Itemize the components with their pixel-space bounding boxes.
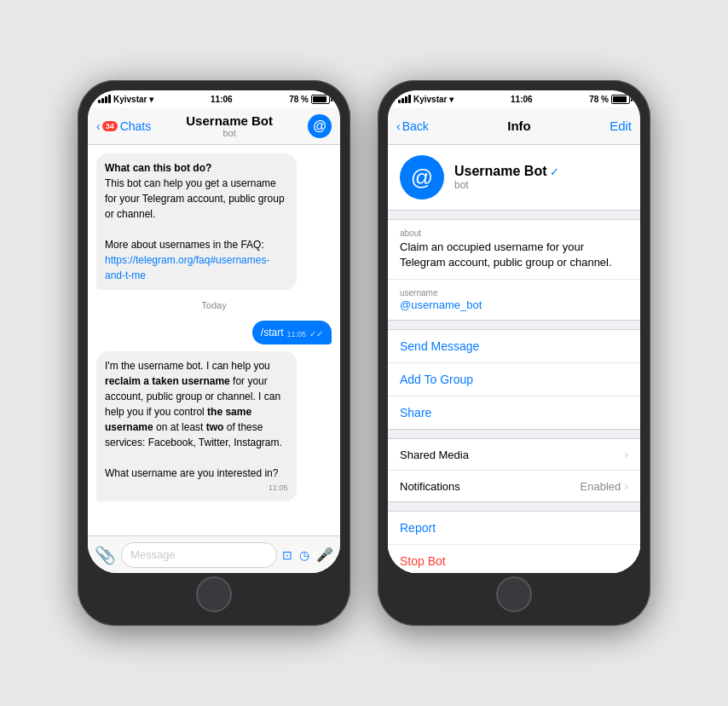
clock-icon[interactable]: ◷ <box>299 548 309 562</box>
phone-1-screen: Kyivstar ▾ 11:06 78 % ‹ 34 Chats <box>88 90 340 573</box>
bubble-bold-1: What can this bot do? <box>105 162 211 174</box>
edit-button[interactable]: Edit <box>610 119 632 133</box>
bubble-out-time: 11:05 <box>286 330 306 339</box>
username-row: username @username_bot <box>388 280 640 320</box>
notifications-value: Enabled <box>581 480 621 493</box>
notifications-label: Notifications <box>400 480 460 493</box>
signal-icon <box>98 95 111 103</box>
back-chevron-icon: ‹ <box>96 119 101 133</box>
nav-bar-1: ‹ 34 Chats Username Bot bot @ <box>88 107 340 145</box>
about-label: about <box>400 229 628 238</box>
username-value[interactable]: @username_bot <box>400 298 482 311</box>
message-placeholder: Message <box>130 548 176 561</box>
phone-1: Kyivstar ▾ 11:06 78 % ‹ 34 Chats <box>78 80 350 626</box>
battery-percent-2: 78 % <box>589 95 609 104</box>
attach-icon[interactable]: 📎 <box>95 545 116 565</box>
info-name-block: Username Bot ✓ bot <box>454 164 559 191</box>
bubble-text-2: I'm the username bot. I can help you rec… <box>105 360 282 479</box>
back-label-2: Back <box>402 119 429 133</box>
info-title: Info <box>507 119 531 133</box>
shared-media-label: Shared Media <box>400 448 469 461</box>
chats-badge: 34 <box>102 121 118 131</box>
faq-link[interactable]: https://telegram.org/faq#usernames-and-t… <box>105 254 269 281</box>
media-section: Shared Media › Notifications Enabled › <box>388 438 640 502</box>
checkmarks-icon: ✓✓ <box>309 329 323 339</box>
phone-2: Kyivstar ▾ 11:06 78 % ‹ Back Inf <box>378 80 650 626</box>
bot-name: Username Bot <box>454 164 546 179</box>
chat-area: What can this bot do? This bot can help … <box>88 145 340 535</box>
avatar-icon: @ <box>411 165 433 191</box>
report-button[interactable]: Report <box>388 512 640 545</box>
time-label: 11:06 <box>211 95 233 104</box>
add-to-group-button[interactable]: Add To Group <box>388 363 640 396</box>
bot-subtitle: bot <box>454 179 559 191</box>
bubble-text-1: This bot can help you get a username for… <box>105 177 285 281</box>
status-bar-1: Kyivstar ▾ 11:06 78 % <box>88 90 340 107</box>
back-button-1[interactable]: ‹ 34 Chats <box>96 119 151 133</box>
stop-bot-button[interactable]: Stop Bot <box>388 545 640 573</box>
notifications-row[interactable]: Notifications Enabled › <box>388 471 640 501</box>
wifi-icon: ▾ <box>149 95 153 104</box>
chat-title: Username Bot <box>186 113 273 128</box>
time-label-2: 11:06 <box>511 95 533 104</box>
scene: Kyivstar ▾ 11:06 78 % ‹ 34 Chats <box>78 80 650 626</box>
mic-icon[interactable]: 🎤 <box>316 547 333 563</box>
wifi-icon-2: ▾ <box>449 95 454 104</box>
shared-media-row[interactable]: Shared Media › <box>388 439 640 471</box>
message-input[interactable]: Message <box>121 542 277 568</box>
bubble-in-time: 11:05 <box>269 483 288 495</box>
chat-subtitle: bot <box>186 128 273 138</box>
at-icon-button[interactable]: @ <box>308 114 332 138</box>
shared-media-chevron: › <box>624 448 628 461</box>
about-text: Claim an occupied username for your Tele… <box>400 240 628 270</box>
nav-title-1: Username Bot bot <box>186 113 273 138</box>
info-header-card: @ Username Bot ✓ bot <box>388 145 640 211</box>
sticker-icon[interactable]: ⊡ <box>282 548 292 562</box>
notifications-chevron: › <box>624 479 628 493</box>
battery-percent: 78 % <box>289 95 309 104</box>
about-section: about Claim an occupied username for you… <box>388 219 640 321</box>
nav-bar-2: ‹ Back Info Edit <box>388 107 640 145</box>
bubble-in-2: I'm the username bot. I can help you rec… <box>96 351 297 501</box>
bubble-out-1: /start 11:05 ✓✓ <box>252 321 332 344</box>
back-button-2[interactable]: ‹ Back <box>396 119 429 133</box>
at-symbol: @ <box>313 119 326 134</box>
share-button[interactable]: Share <box>388 396 640 429</box>
home-button-1[interactable] <box>196 576 232 612</box>
username-label: username <box>400 288 482 298</box>
phone-2-screen: Kyivstar ▾ 11:06 78 % ‹ Back Inf <box>388 90 640 573</box>
signal-icon-2 <box>398 95 411 103</box>
carrier-label: Kyivstar <box>113 95 147 104</box>
carrier-label-2: Kyivstar <box>413 95 447 104</box>
verified-icon: ✓ <box>550 165 559 178</box>
bubble-in-1: What can this bot do? This bot can help … <box>96 153 297 290</box>
input-bar-1: 📎 Message ⊡ ◷ 🎤 <box>88 535 340 573</box>
input-actions: ⊡ ◷ 🎤 <box>282 547 333 563</box>
battery-icon-2 <box>611 95 630 104</box>
send-message-button[interactable]: Send Message <box>388 330 640 363</box>
home-bar-2 <box>388 573 640 616</box>
about-row: about Claim an occupied username for you… <box>388 220 640 280</box>
nav-title-2: Info <box>507 119 531 133</box>
bot-avatar: @ <box>400 155 444 200</box>
info-area: @ Username Bot ✓ bot about <box>388 145 640 573</box>
home-button-2[interactable] <box>496 576 532 612</box>
back-label-1: Chats <box>120 119 152 133</box>
home-bar-1 <box>88 573 340 616</box>
back-chevron-icon-2: ‹ <box>396 119 401 133</box>
actions-section: Send Message Add To Group Share <box>388 329 640 430</box>
danger-section: Report Stop Bot <box>388 511 640 573</box>
status-bar-2: Kyivstar ▾ 11:06 78 % <box>388 90 640 107</box>
date-divider: Today <box>96 300 332 310</box>
battery-icon <box>311 95 330 104</box>
start-command: /start <box>261 327 284 339</box>
